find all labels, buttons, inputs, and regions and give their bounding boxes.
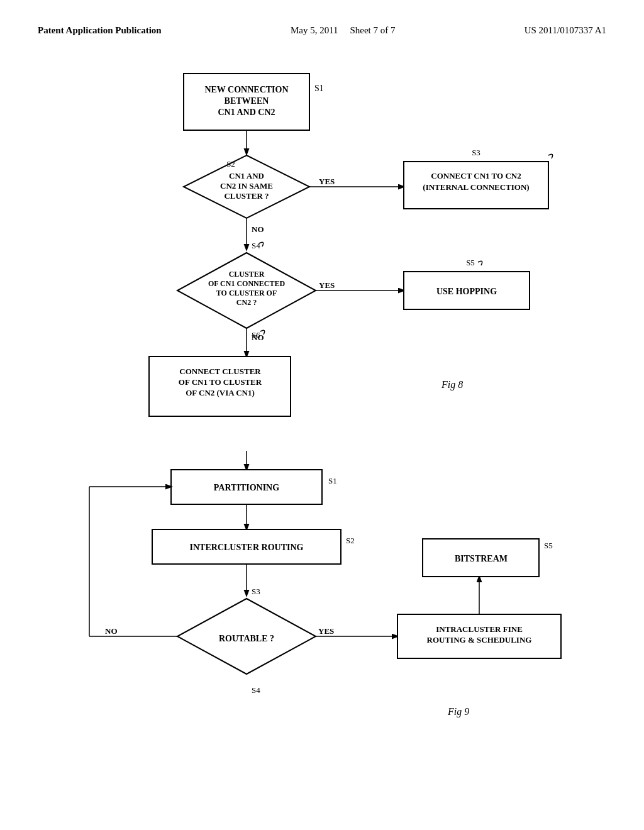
- svg-text:OF CN2 (VIA CN1): OF CN2 (VIA CN1): [186, 388, 255, 397]
- svg-text:INTRACLUSTER FINE: INTRACLUSTER FINE: [436, 624, 523, 634]
- fig8-diagram: NEW CONNECTION BETWEEN CN1 AND CN2 S1 CN…: [39, 55, 605, 445]
- page: Patent Application Publication May 5, 20…: [0, 0, 644, 830]
- header-right: US 2011/0107337 A1: [525, 25, 606, 36]
- svg-text:S5: S5: [466, 258, 475, 267]
- header: Patent Application Publication May 5, 20…: [38, 25, 606, 36]
- svg-text:S5: S5: [544, 541, 553, 550]
- svg-text:Fig 9: Fig 9: [447, 706, 469, 717]
- svg-text:S6: S6: [252, 330, 260, 340]
- svg-text:ROUTING & SCHEDULING: ROUTING & SCHEDULING: [427, 635, 532, 645]
- svg-text:OF CN1 TO CLUSTER: OF CN1 TO CLUSTER: [179, 377, 262, 387]
- svg-text:CN1 AND CN2: CN1 AND CN2: [218, 108, 275, 117]
- svg-text:OF CN1 CONNECTED: OF CN1 CONNECTED: [208, 279, 286, 288]
- svg-text:CLUSTER: CLUSTER: [229, 270, 265, 279]
- publication-label: Patent Application Publication: [38, 25, 162, 35]
- svg-text:NO: NO: [252, 224, 264, 234]
- svg-text:PARTITIONING: PARTITIONING: [214, 483, 279, 492]
- svg-text:CONNECT CLUSTER: CONNECT CLUSTER: [179, 367, 261, 376]
- svg-text:TO CLUSTER OF: TO CLUSTER OF: [216, 289, 277, 297]
- svg-text:CN2 IN SAME: CN2 IN SAME: [220, 181, 273, 191]
- svg-text:CN1 AND: CN1 AND: [229, 171, 264, 180]
- svg-text:YES: YES: [319, 177, 335, 186]
- svg-text:NEW CONNECTION: NEW CONNECTION: [204, 85, 288, 94]
- svg-text:S3: S3: [252, 587, 260, 596]
- svg-text:S2: S2: [346, 536, 355, 545]
- svg-text:BITSTREAM: BITSTREAM: [455, 554, 508, 563]
- svg-text:CN2 ?: CN2 ?: [236, 298, 257, 307]
- svg-text:S1: S1: [328, 476, 337, 485]
- svg-text:Fig 8: Fig 8: [441, 379, 463, 390]
- svg-text:NO: NO: [105, 626, 118, 636]
- sheet-label: Sheet 7 of 7: [350, 25, 395, 35]
- svg-text:S3: S3: [472, 148, 480, 157]
- svg-text:BETWEEN: BETWEEN: [225, 96, 269, 106]
- svg-text:S1: S1: [314, 84, 324, 93]
- svg-text:YES: YES: [319, 280, 335, 290]
- svg-text:YES: YES: [318, 626, 334, 636]
- svg-text:(INTERNAL CONNECTION): (INTERNAL CONNECTION): [423, 182, 529, 192]
- date-label: May 5, 2011: [291, 25, 338, 35]
- svg-text:ROUTABLE ?: ROUTABLE ?: [219, 634, 274, 643]
- svg-text:S4: S4: [252, 241, 260, 250]
- svg-text:CONNECT CN1 TO CN2: CONNECT CN1 TO CN2: [431, 171, 521, 180]
- svg-text:USE HOPPING: USE HOPPING: [436, 287, 497, 296]
- svg-text:S4: S4: [252, 685, 260, 695]
- header-left: Patent Application Publication: [38, 25, 162, 36]
- svg-text:INTERCLUSTER ROUTING: INTERCLUSTER ROUTING: [190, 543, 304, 552]
- svg-text:S2: S2: [226, 159, 235, 169]
- patent-number: US 2011/0107337 A1: [525, 25, 606, 35]
- fig9-diagram: PARTITIONING S1 INTERCLUSTER ROUTING S2 …: [39, 445, 605, 830]
- diagram-area: NEW CONNECTION BETWEEN CN1 AND CN2 S1 CN…: [38, 55, 606, 830]
- header-center: May 5, 2011 Sheet 7 of 7: [291, 25, 396, 36]
- svg-text:CLUSTER ?: CLUSTER ?: [224, 191, 269, 201]
